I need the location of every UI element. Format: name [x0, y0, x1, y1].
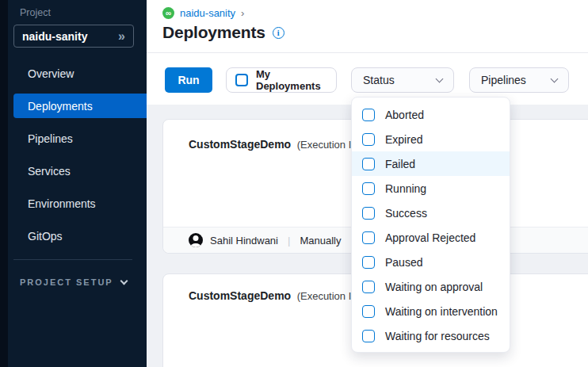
option-checkbox[interactable]	[362, 109, 375, 121]
option-checkbox[interactable]	[362, 182, 375, 195]
status-filter-dropdown[interactable]: Status	[351, 67, 454, 93]
status-filter-label: Status	[363, 74, 395, 86]
option-checkbox[interactable]	[362, 207, 375, 220]
option-label: Waiting on intervention	[385, 305, 498, 318]
status-option-paused[interactable]: Paused	[352, 250, 510, 274]
status-option-expired[interactable]: Expired	[352, 127, 510, 151]
project-label: Project	[20, 7, 51, 18]
project-setup-toggle[interactable]: PROJECT SETUP	[20, 277, 127, 287]
sidebar-item-deployments[interactable]: Deployments	[13, 94, 147, 118]
status-filter-menu: Aborted Expired Failed Running Success A…	[351, 97, 510, 353]
my-deployments-label: My Deployments	[256, 68, 327, 92]
sidebar-divider	[13, 259, 132, 260]
option-checkbox[interactable]	[362, 256, 375, 269]
footer-separator: |	[285, 235, 292, 247]
project-setup-label: PROJECT SETUP	[20, 277, 113, 287]
status-option-waiting-on-intervention[interactable]: Waiting on intervention	[352, 299, 510, 323]
main-area: ∞ naidu-sanity › Deployments i Run My De…	[147, 0, 588, 367]
status-option-aborted[interactable]: Aborted	[352, 102, 510, 127]
status-option-approval-rejected[interactable]: Approval Rejected	[352, 225, 510, 250]
execution-id-label: (Execution Id	[294, 139, 357, 151]
sidebar-item-label: Deployments	[28, 100, 93, 113]
sidebar-item-services[interactable]: Services	[13, 159, 147, 183]
breadcrumb: ∞ naidu-sanity ›	[162, 7, 244, 19]
option-label: Running	[385, 182, 426, 195]
sidebar-item-gitops[interactable]: GitOps	[13, 224, 147, 248]
sidebar-item-label: GitOps	[28, 230, 63, 243]
project-name: naidu-sanity	[22, 30, 118, 43]
option-label: Approval Rejected	[385, 231, 475, 244]
pipelines-filter-dropdown[interactable]: Pipelines	[469, 67, 569, 93]
status-option-waiting-for-resources[interactable]: Waiting for resources	[352, 323, 510, 348]
option-label: Waiting for resources	[385, 330, 490, 342]
option-checkbox[interactable]	[362, 158, 375, 170]
breadcrumb-project-link[interactable]: naidu-sanity	[180, 7, 235, 19]
chevron-down-icon	[436, 75, 444, 83]
execution-id-label: (Execution Id	[294, 290, 357, 302]
option-label: Success	[385, 207, 427, 220]
run-button[interactable]: Run	[165, 67, 212, 93]
option-label: Failed	[385, 158, 415, 170]
sidebar: Project naidu-sanity » Overview Deployme…	[0, 0, 147, 367]
sidebar-item-label: Services	[28, 165, 71, 178]
user-avatar-icon	[189, 233, 203, 247]
status-option-failed[interactable]: Failed	[352, 151, 510, 176]
sidebar-item-label: Pipelines	[28, 132, 73, 145]
chevron-down-icon	[120, 277, 128, 285]
option-checkbox[interactable]	[362, 133, 375, 146]
header-divider	[147, 52, 588, 53]
option-checkbox[interactable]	[362, 281, 375, 293]
page-title: Deployments	[162, 23, 265, 42]
execution-title-row: CustomStageDemo (Execution Id	[189, 138, 357, 151]
trigger-author: Sahil Hindwani	[210, 235, 278, 247]
pipelines-filter-label: Pipelines	[481, 74, 526, 86]
sidebar-item-overview[interactable]: Overview	[13, 61, 147, 86]
sidebar-item-environments[interactable]: Environments	[13, 191, 147, 216]
sidebar-item-label: Overview	[28, 67, 74, 80]
status-option-waiting-on-approval[interactable]: Waiting on approval	[352, 274, 510, 299]
option-checkbox[interactable]	[362, 231, 375, 244]
expand-project-icon[interactable]: »	[118, 29, 125, 44]
sidebar-item-pipelines[interactable]: Pipelines	[13, 126, 147, 151]
status-option-running[interactable]: Running	[352, 176, 510, 201]
sidebar-nav: Overview Deployments Pipelines Services …	[0, 61, 147, 256]
trigger-type: Manually	[300, 235, 341, 247]
page-title-row: Deployments i	[162, 23, 284, 42]
my-deployments-toggle[interactable]: My Deployments	[226, 67, 337, 93]
chevron-right-icon: ›	[241, 7, 244, 19]
my-deployments-checkbox[interactable]	[235, 74, 248, 86]
option-checkbox[interactable]	[362, 330, 375, 342]
project-icon: ∞	[162, 7, 174, 19]
option-label: Waiting on approval	[385, 281, 483, 293]
pipeline-name: CustomStageDemo	[189, 138, 291, 151]
option-label: Paused	[385, 256, 422, 269]
sidebar-item-label: Environments	[28, 197, 96, 210]
pipeline-name: CustomStageDemo	[189, 289, 291, 302]
option-label: Aborted	[385, 109, 424, 121]
status-option-success[interactable]: Success	[352, 201, 510, 225]
chevron-down-icon	[551, 75, 559, 83]
info-icon[interactable]: i	[273, 27, 284, 39]
option-checkbox[interactable]	[362, 305, 375, 318]
project-selector[interactable]: naidu-sanity »	[13, 25, 134, 48]
execution-title-row: CustomStageDemo (Execution Id	[189, 289, 357, 302]
option-label: Expired	[385, 133, 422, 146]
